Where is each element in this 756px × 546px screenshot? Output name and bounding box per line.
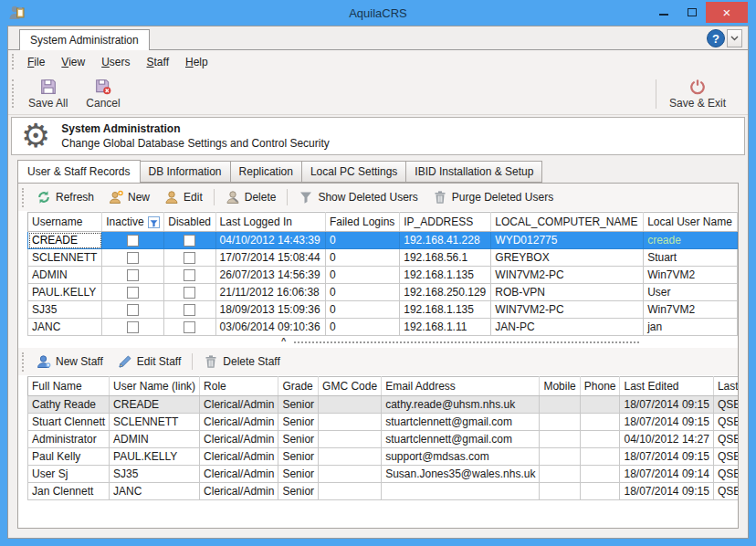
column-header-user_name[interactable]: User Name (link) bbox=[110, 377, 200, 396]
minimize-button[interactable] bbox=[649, 2, 677, 23]
tab-ibid-installation-setup[interactable]: IBID Installation & Setup bbox=[406, 161, 542, 183]
cell-user_name[interactable]: CREADE bbox=[110, 396, 200, 414]
refresh-button[interactable]: Refresh bbox=[29, 186, 101, 208]
show-deleted-users-button[interactable]: Show Deleted Users bbox=[291, 186, 425, 208]
cell-local_user_name[interactable]: Stuart bbox=[644, 249, 738, 267]
menu-item-help[interactable]: Help bbox=[177, 52, 216, 72]
column-header-username[interactable]: Username bbox=[28, 213, 102, 232]
help-icon[interactable]: ? bbox=[707, 29, 725, 47]
cell-gmc_code[interactable] bbox=[319, 483, 382, 500]
table-row[interactable]: User SjSJ35Clerical/AdminSeniorSusan.Jon… bbox=[28, 466, 740, 483]
cell-role[interactable]: Clerical/Admin bbox=[200, 431, 278, 448]
tab-local-pc-settings[interactable]: Local PC Settings bbox=[302, 161, 406, 183]
cell-last_logged_in[interactable]: 21/11/2012 16:06:38 bbox=[215, 284, 325, 301]
cell-local_user_name[interactable]: jan bbox=[644, 319, 738, 336]
table-row[interactable]: Paul KellyPAUL.KELLYClerical/AdminSenior… bbox=[28, 448, 740, 466]
cell-gmc_code[interactable] bbox=[319, 396, 382, 414]
cell-phone[interactable] bbox=[580, 396, 620, 414]
delete-user-button[interactable]: Delete bbox=[218, 186, 284, 208]
disabled-checkbox[interactable] bbox=[184, 321, 195, 333]
cell-last_edited_by[interactable]: QSECOFR bbox=[713, 396, 739, 414]
save-and-exit-button[interactable]: Save & Exit bbox=[660, 76, 735, 112]
cell-username[interactable]: PAUL.KELLY bbox=[28, 284, 102, 301]
cell-full_name[interactable]: Administrator bbox=[28, 431, 110, 448]
column-header-inactive[interactable]: Inactive bbox=[102, 213, 164, 232]
menu-item-staff[interactable]: Staff bbox=[139, 52, 177, 72]
cell-username[interactable]: CREADE bbox=[28, 232, 102, 249]
cell-email[interactable]: support@mdsas.com bbox=[382, 448, 540, 466]
menu-item-view[interactable]: View bbox=[53, 52, 93, 72]
cell-phone[interactable] bbox=[580, 483, 620, 500]
cell-full_name[interactable]: Paul Kelly bbox=[28, 448, 110, 466]
cell-last_logged_in[interactable]: 26/07/2013 14:56:39 bbox=[215, 267, 325, 284]
cell-username[interactable]: ADMIN bbox=[28, 267, 102, 284]
inactive-checkbox[interactable] bbox=[127, 235, 139, 247]
cell-email[interactable]: cathy.reade@uhsm.nhs.uk bbox=[382, 396, 540, 414]
menu-item-users[interactable]: Users bbox=[93, 52, 138, 72]
cell-mobile[interactable] bbox=[540, 431, 580, 448]
cell-username[interactable]: SCLENNETT bbox=[28, 249, 102, 267]
table-row[interactable]: PAUL.KELLY21/11/2012 16:06:380192.168.25… bbox=[28, 284, 738, 301]
cell-last_edited[interactable]: 18/07/2014 09:15 bbox=[620, 396, 713, 414]
disabled-checkbox[interactable] bbox=[184, 235, 195, 247]
cell-full_name[interactable]: User Sj bbox=[28, 466, 110, 483]
cell-user_name[interactable]: JANC bbox=[110, 483, 200, 500]
new-user-button[interactable]: New bbox=[101, 186, 157, 208]
cell-local_computer_name[interactable]: WIN7VM2-PC bbox=[491, 301, 644, 319]
cell-email[interactable]: Susan.Jones35@wales.nhs.uk bbox=[382, 466, 540, 483]
inactive-checkbox[interactable] bbox=[127, 287, 139, 299]
cell-ip_address[interactable]: 192.168.41.228 bbox=[400, 232, 491, 249]
cell-last_logged_in[interactable]: 17/07/2014 15:08:44 bbox=[215, 249, 325, 267]
cell-failed_logins[interactable]: 0 bbox=[325, 232, 399, 249]
cell-local_user_name[interactable]: User bbox=[644, 284, 738, 301]
cell-failed_logins[interactable]: 0 bbox=[325, 267, 399, 284]
column-header-last_edited[interactable]: Last Edited bbox=[620, 377, 713, 396]
cell-user_name[interactable]: ADMIN bbox=[110, 431, 200, 448]
document-tab-system-administration[interactable]: System Administration bbox=[19, 29, 150, 50]
cell-last_edited_by[interactable]: QSECOFR bbox=[713, 431, 739, 448]
cell-grade[interactable]: Senior bbox=[278, 431, 319, 448]
cell-ip_address[interactable]: 192.168.1.11 bbox=[400, 319, 491, 336]
cell-username[interactable]: JANC bbox=[28, 319, 102, 336]
disabled-checkbox[interactable] bbox=[184, 269, 195, 281]
cell-ip_address[interactable]: 192.168.56.1 bbox=[400, 249, 491, 267]
cancel-button[interactable]: Cancel bbox=[77, 76, 129, 112]
column-header-gmc_code[interactable]: GMC Code bbox=[319, 377, 382, 396]
cell-phone[interactable] bbox=[580, 448, 620, 466]
save-all-button[interactable]: Save All bbox=[19, 76, 77, 112]
table-row[interactable]: Cathy ReadeCREADEClerical/AdminSeniorcat… bbox=[28, 396, 740, 414]
column-header-local_user_name[interactable]: Local User Name bbox=[644, 213, 738, 232]
column-filter-icon[interactable] bbox=[148, 216, 160, 228]
splitter[interactable]: ^ bbox=[18, 336, 738, 348]
cell-last_edited_by[interactable]: QSECOFR bbox=[713, 483, 739, 500]
new-staff-button[interactable]: New Staff bbox=[29, 351, 110, 373]
edit-user-button[interactable]: Edit bbox=[157, 186, 210, 208]
cell-grade[interactable]: Senior bbox=[278, 466, 319, 483]
cell-local_computer_name[interactable]: JAN-PC bbox=[491, 319, 644, 336]
cell-grade[interactable]: Senior bbox=[278, 448, 319, 466]
column-header-role[interactable]: Role bbox=[200, 377, 278, 396]
table-row[interactable]: SJ3518/09/2013 15:09:360192.168.1.135WIN… bbox=[28, 301, 738, 319]
menu-grip-handle[interactable] bbox=[12, 54, 16, 70]
cell-last_logged_in[interactable]: 18/09/2013 15:09:36 bbox=[215, 301, 325, 319]
column-header-grade[interactable]: Grade bbox=[278, 377, 319, 396]
cell-last_edited[interactable]: 18/07/2014 09:15 bbox=[620, 448, 713, 466]
table-row[interactable]: CREADE04/10/2012 14:43:390192.168.41.228… bbox=[28, 232, 738, 249]
cell-mobile[interactable] bbox=[540, 466, 580, 483]
cell-failed_logins[interactable]: 0 bbox=[325, 249, 399, 267]
cell-local_user_name[interactable]: Win7VM2 bbox=[644, 301, 738, 319]
cell-last_edited_by[interactable]: QSECOFR bbox=[713, 448, 739, 466]
cell-local_computer_name[interactable]: GREYBOX bbox=[491, 249, 644, 267]
maximize-button[interactable] bbox=[677, 2, 706, 23]
edit-staff-button[interactable]: Edit Staff bbox=[110, 351, 188, 373]
cell-local_user_name[interactable]: creade bbox=[644, 232, 738, 249]
cell-local_computer_name[interactable]: WIN7VM2-PC bbox=[491, 267, 644, 284]
cell-last_edited_by[interactable]: QSECOFR bbox=[713, 466, 739, 483]
cell-last_logged_in[interactable]: 04/10/2012 14:43:39 bbox=[215, 232, 325, 249]
table-row[interactable]: Stuart ClennettSCLENNETTClerical/AdminSe… bbox=[28, 414, 740, 431]
cell-last_edited[interactable]: 18/07/2014 09:14 bbox=[620, 466, 713, 483]
cell-local_user_name[interactable]: Win7VM2 bbox=[644, 267, 738, 284]
cell-local_computer_name[interactable]: ROB-VPN bbox=[491, 284, 644, 301]
cell-local_computer_name[interactable]: WYD012775 bbox=[491, 232, 644, 249]
inactive-checkbox[interactable] bbox=[127, 252, 139, 264]
